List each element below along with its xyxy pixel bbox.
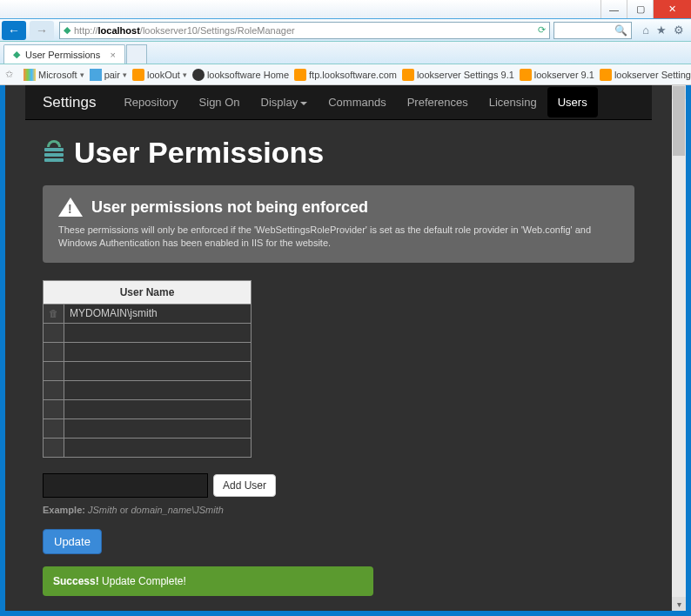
lock-icon	[43, 140, 65, 166]
new-tab-button[interactable]	[126, 44, 147, 64]
chevron-down-icon: ▾	[183, 70, 187, 79]
users-table: User Name 🗑MYDOMAIN\jsmith	[43, 280, 252, 458]
table-row	[44, 342, 252, 361]
minimize-button[interactable]: —	[600, 0, 627, 18]
delete-row-icon[interactable]: 🗑	[44, 304, 64, 323]
example-hint: Example: JSmith or domain_name\JSmith	[43, 505, 634, 515]
page-favicon-icon: ◆	[64, 24, 70, 36]
user-cell	[64, 418, 252, 438]
alert-body: These permissions will only be enforced …	[58, 224, 619, 251]
delete-row-icon	[44, 323, 64, 342]
nav-link-commands[interactable]: Commands	[318, 87, 396, 117]
nav-link-preferences[interactable]: Preferences	[397, 87, 479, 117]
favorites-icon[interactable]: ★	[656, 23, 667, 37]
delete-row-icon	[44, 380, 64, 399]
table-row	[44, 380, 252, 399]
add-user-button[interactable]: Add User	[213, 474, 276, 497]
favorite-icon	[402, 69, 414, 81]
delete-row-icon	[44, 399, 64, 418]
browser-tabs: ◆ User Permissions ×	[0, 42, 691, 64]
chevron-down-icon	[300, 102, 307, 105]
chevron-down-icon: ▾	[80, 70, 84, 79]
home-icon[interactable]: ⌂	[642, 23, 649, 37]
favorite-item[interactable]: lookserver Settings 10.0	[600, 69, 691, 81]
favorite-icon	[23, 69, 36, 81]
user-cell	[64, 438, 252, 457]
user-cell	[64, 323, 252, 342]
url-host: localhost	[98, 25, 140, 36]
add-favorite-icon[interactable]: ✩	[5, 69, 13, 80]
new-user-input[interactable]	[43, 473, 208, 498]
nav-link-sign-on[interactable]: Sign On	[189, 87, 251, 117]
chevron-down-icon: ▾	[123, 70, 127, 79]
settings-navbar: Settings RepositorySign OnDisplayCommand…	[25, 85, 652, 120]
address-bar-row: ← → ◆ http://localhost/lookserver10/Sett…	[0, 19, 691, 42]
table-row: 🗑MYDOMAIN\jsmith	[44, 304, 252, 323]
page-title: User Permissions	[74, 136, 324, 170]
table-header: User Name	[44, 280, 252, 304]
update-button[interactable]: Update	[43, 529, 102, 554]
favorite-icon	[90, 69, 102, 81]
page-viewport: Settings RepositorySign OnDisplayCommand…	[5, 85, 686, 611]
favorite-item[interactable]: pair ▾	[90, 69, 127, 81]
forward-button[interactable]: →	[30, 21, 54, 40]
window-titlebar: — ▢ ✕	[0, 0, 691, 19]
favorite-icon	[132, 69, 144, 81]
scrollbar-vertical[interactable]: ▴ ▾	[672, 85, 686, 611]
favorite-item[interactable]: looksoftware Home	[192, 69, 289, 81]
url-field[interactable]: ◆ http://localhost/lookserver10/Settings…	[59, 22, 550, 39]
favorite-item[interactable]: lookOut ▾	[132, 69, 187, 81]
warning-icon	[58, 198, 83, 217]
favorite-icon	[520, 69, 532, 81]
favorite-icon	[192, 69, 205, 81]
table-row	[44, 418, 252, 438]
favorite-item[interactable]: Microsoft ▾	[23, 69, 84, 81]
back-button[interactable]: ←	[2, 21, 26, 40]
scroll-thumb[interactable]	[673, 86, 685, 156]
tab-close-icon[interactable]: ×	[111, 50, 116, 60]
table-row	[44, 399, 252, 418]
url-path: /lookserver10/Settings/RoleManager	[140, 25, 295, 36]
favorite-icon	[600, 69, 612, 81]
favorites-bar: ✩ Microsoft ▾pair ▾lookOut ▾looksoftware…	[0, 64, 691, 85]
alert-heading: User permissions not being enforced	[91, 198, 368, 217]
scroll-down-icon[interactable]: ▾	[672, 597, 686, 611]
favorite-item[interactable]: ftp.looksoftware.com	[294, 69, 397, 81]
close-button[interactable]: ✕	[653, 0, 691, 18]
tab-favicon-icon: ◆	[13, 49, 20, 60]
table-row	[44, 361, 252, 380]
maximize-button[interactable]: ▢	[627, 0, 653, 18]
tab-title: User Permissions	[25, 50, 100, 60]
browser-tab[interactable]: ◆ User Permissions ×	[3, 44, 125, 64]
tools-icon[interactable]: ⚙	[674, 23, 684, 37]
user-cell: MYDOMAIN\jsmith	[64, 304, 252, 323]
favorite-item[interactable]: lookserver Settings 9.1	[402, 69, 514, 81]
table-row	[44, 323, 252, 342]
delete-row-icon	[44, 418, 64, 438]
table-row	[44, 438, 252, 457]
url-protocol: http://	[74, 25, 98, 36]
nav-link-display[interactable]: Display	[251, 87, 319, 117]
success-alert: Success! Update Complete!	[43, 566, 373, 596]
warning-alert: User permissions not being enforced Thes…	[43, 185, 634, 263]
delete-row-icon	[44, 438, 64, 457]
refresh-icon[interactable]: ⟳	[538, 24, 546, 36]
delete-row-icon	[44, 361, 64, 380]
nav-link-licensing[interactable]: Licensing	[479, 87, 547, 117]
user-cell	[64, 399, 252, 418]
search-field[interactable]: 🔍	[553, 22, 632, 39]
user-cell	[64, 361, 252, 380]
user-cell	[64, 342, 252, 361]
nav-brand: Settings	[43, 94, 96, 111]
favorite-icon	[294, 69, 306, 81]
favorite-item[interactable]: lookserver 9.1	[520, 69, 594, 81]
delete-row-icon	[44, 342, 64, 361]
nav-link-repository[interactable]: Repository	[113, 87, 188, 117]
nav-link-users[interactable]: Users	[547, 87, 598, 117]
user-cell	[64, 380, 252, 399]
